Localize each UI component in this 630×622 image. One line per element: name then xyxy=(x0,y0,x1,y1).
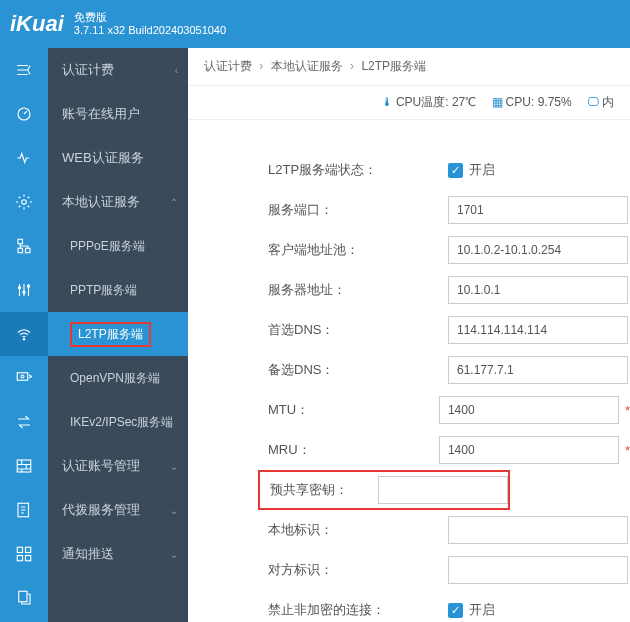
breadcrumb-sep: › xyxy=(350,59,354,73)
required-mark: * xyxy=(625,443,630,458)
sidebar-item-account-mgmt[interactable]: 认证账号管理⌄ xyxy=(48,444,188,488)
dns1-input[interactable] xyxy=(448,316,628,344)
svg-rect-11 xyxy=(17,460,31,472)
svg-point-5 xyxy=(18,287,20,289)
svg-rect-4 xyxy=(26,248,31,253)
sidebar-item-l2tp[interactable]: L2TP服务端 xyxy=(48,312,188,356)
version-label: 3.7.11 x32 Build202403051040 xyxy=(74,24,226,37)
server-addr-input[interactable] xyxy=(448,276,628,304)
nav-log-icon[interactable] xyxy=(0,488,48,532)
dns2-label: 备选DNS： xyxy=(188,361,448,379)
breadcrumb-sep: › xyxy=(259,59,263,73)
chevron-down-icon: ⌄ xyxy=(170,461,178,472)
chevron-left-icon: ‹ xyxy=(175,65,178,76)
dns2-input[interactable] xyxy=(448,356,628,384)
client-pool-input[interactable] xyxy=(448,236,628,264)
breadcrumb: 认证计费 › 本地认证服务 › L2TP服务端 xyxy=(188,48,630,86)
svg-point-8 xyxy=(23,339,25,341)
mru-input[interactable] xyxy=(439,436,619,464)
required-mark: * xyxy=(625,403,630,418)
nav-apps-icon[interactable] xyxy=(0,532,48,576)
edition-label: 免费版 xyxy=(74,11,226,24)
status-line: 🌡CPU温度: 27℃ ▦CPU: 9.75% 🖵内 xyxy=(188,86,630,120)
svg-rect-14 xyxy=(26,547,31,552)
psk-input[interactable] xyxy=(378,476,508,504)
sidebar-item-pptp[interactable]: PPTP服务端 xyxy=(48,268,188,312)
thermometer-icon: 🌡 xyxy=(381,95,393,109)
main-content: 认证计费 › 本地认证服务 › L2TP服务端 🌡CPU温度: 27℃ ▦CPU… xyxy=(188,48,630,622)
nav-menu-icon[interactable] xyxy=(0,48,48,92)
sidebar-item-proxy-mgmt[interactable]: 代拨服务管理⌄ xyxy=(48,488,188,532)
server-addr-label: 服务器地址： xyxy=(188,281,448,299)
sidebar-item-pppoe[interactable]: PPPoE服务端 xyxy=(48,224,188,268)
breadcrumb-b[interactable]: 本地认证服务 xyxy=(271,59,343,73)
svg-point-1 xyxy=(22,200,27,205)
sidebar-item-local-auth[interactable]: 本地认证服务⌃ xyxy=(48,180,188,224)
svg-point-6 xyxy=(23,291,25,293)
top-bar: iKuai 免费版 3.7.11 x32 Build202403051040 xyxy=(0,0,630,48)
port-input[interactable] xyxy=(448,196,628,224)
nav-copy-icon[interactable] xyxy=(0,576,48,620)
monitor-icon: 🖵 xyxy=(587,95,599,109)
nav-network-icon[interactable] xyxy=(0,224,48,268)
sidebar-item-online-users[interactable]: 账号在线用户 xyxy=(48,92,188,136)
svg-rect-15 xyxy=(17,556,22,561)
mtu-label: MTU： xyxy=(188,401,439,419)
psk-label: 预共享密钥： xyxy=(260,481,378,499)
svg-rect-17 xyxy=(19,591,27,602)
svg-rect-16 xyxy=(26,556,31,561)
svg-rect-3 xyxy=(18,248,23,253)
nav-user-auth-icon[interactable] xyxy=(0,356,48,400)
deny-checkbox[interactable]: ✓ xyxy=(448,603,463,618)
brand-logo: iKuai xyxy=(10,11,64,37)
client-pool-label: 客户端地址池： xyxy=(188,241,448,259)
local-id-label: 本地标识： xyxy=(188,521,448,539)
svg-point-10 xyxy=(21,375,24,378)
nav-dashboard-icon[interactable] xyxy=(0,92,48,136)
remote-id-label: 对方标识： xyxy=(188,561,448,579)
version-info: 免费版 3.7.11 x32 Build202403051040 xyxy=(74,11,226,37)
nav-sliders-icon[interactable] xyxy=(0,268,48,312)
nav-swap-icon[interactable] xyxy=(0,400,48,444)
deny-on-label: 开启 xyxy=(469,601,495,619)
local-id-input[interactable] xyxy=(448,516,628,544)
sidebar: 认证计费‹ 账号在线用户 WEB认证服务 本地认证服务⌃ PPPoE服务端 PP… xyxy=(48,0,188,622)
chevron-down-icon: ⌄ xyxy=(170,549,178,560)
dns1-label: 首选DNS： xyxy=(188,321,448,339)
sidebar-item-openvpn[interactable]: OpenVPN服务端 xyxy=(48,356,188,400)
deny-unenc-label: 禁止非加密的连接： xyxy=(188,601,448,619)
svg-rect-2 xyxy=(18,239,23,244)
sidebar-item-ikev2[interactable]: IKEv2/IPSec服务端 xyxy=(48,400,188,444)
nav-monitor-icon[interactable] xyxy=(0,136,48,180)
chevron-down-icon: ⌄ xyxy=(170,505,178,516)
svg-rect-13 xyxy=(17,547,22,552)
sidebar-item-auth-billing[interactable]: 认证计费‹ xyxy=(48,48,188,92)
mtu-input[interactable] xyxy=(439,396,619,424)
cpu-icon: ▦ xyxy=(492,95,503,109)
l2tp-form: L2TP服务端状态： ✓开启 服务端口： 客户端地址池： 服务器地址： 首选DN… xyxy=(188,120,630,622)
nav-settings-icon[interactable] xyxy=(0,180,48,224)
chevron-up-icon: ⌃ xyxy=(170,197,178,208)
svg-rect-9 xyxy=(17,373,28,381)
breadcrumb-a[interactable]: 认证计费 xyxy=(204,59,252,73)
nav-wifi-icon[interactable] xyxy=(0,312,48,356)
nav-firewall-icon[interactable] xyxy=(0,444,48,488)
sidebar-item-notify[interactable]: 通知推送⌄ xyxy=(48,532,188,576)
icon-column xyxy=(0,0,48,622)
port-label: 服务端口： xyxy=(188,201,448,219)
status-on-label: 开启 xyxy=(469,161,495,179)
breadcrumb-c: L2TP服务端 xyxy=(361,59,426,73)
remote-id-input[interactable] xyxy=(448,556,628,584)
sidebar-item-web-auth[interactable]: WEB认证服务 xyxy=(48,136,188,180)
mru-label: MRU： xyxy=(188,441,439,459)
svg-point-7 xyxy=(27,285,29,287)
status-checkbox[interactable]: ✓ xyxy=(448,163,463,178)
status-label: L2TP服务端状态： xyxy=(188,161,448,179)
